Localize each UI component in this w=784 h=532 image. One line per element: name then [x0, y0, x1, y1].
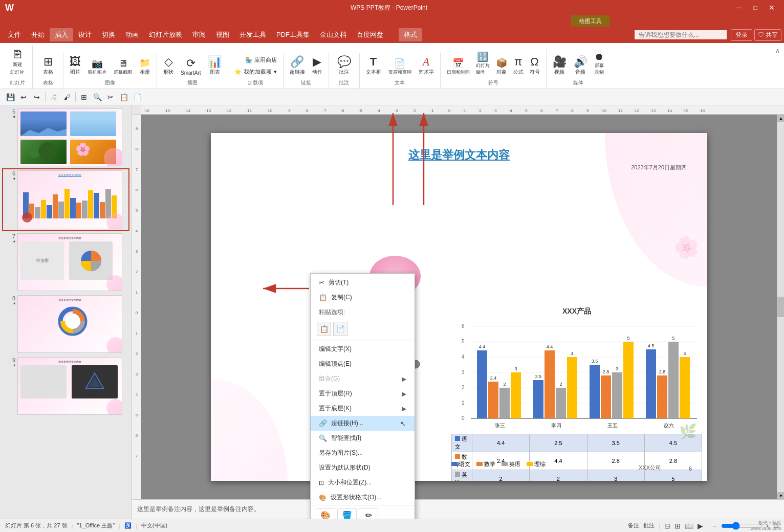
menu-item-animations[interactable]: 动画 [120, 28, 144, 41]
slide-thumb-5[interactable]: 5 * 🌸 [3, 107, 128, 167]
menu-item-baidu[interactable]: 百度网盘 [352, 28, 388, 41]
slide-thumb-9[interactable]: 9 * 这里是举例文本内容 [3, 356, 128, 416]
menu-item-developer[interactable]: 开发工具 [234, 28, 271, 41]
view-slideshow-btn[interactable]: ▶ [698, 522, 703, 530]
language-info: 中文(中国) [141, 522, 167, 529]
header-footer-button[interactable]: 📄 页眉和页脚 [386, 57, 413, 77]
toolbar-btn-3[interactable]: ✂ [104, 91, 117, 103]
hyperlink-button[interactable]: 🔗 超链接 [288, 55, 307, 77]
svg-text:3: 3 [462, 369, 465, 375]
view-normal-btn[interactable]: ⊟ [664, 522, 670, 530]
wordart-button[interactable]: A 艺术字 [417, 55, 436, 77]
chart-button[interactable]: 📊 图表 [206, 55, 224, 77]
view-slide-sorter-btn[interactable]: ⊞ [674, 522, 681, 530]
menu-item-jinshan[interactable]: 金山文档 [315, 28, 352, 41]
menu-item-file[interactable]: 文件 [3, 28, 26, 41]
copy-format-button[interactable]: 🖌 [61, 91, 73, 103]
menu-item-review[interactable]: 审阅 [187, 28, 211, 41]
shapes-button[interactable]: ◇ 形状 [161, 55, 176, 77]
ctx-outline-btn[interactable]: ✏ 轮廓 [359, 508, 378, 519]
login-button[interactable]: 登录 [731, 29, 752, 41]
slide-thumb-8[interactable]: 8 * 这里是举例文本内容 [3, 294, 128, 354]
slide-thumb-7[interactable]: 7 * 这里是举例文本内容 柱形图 [3, 232, 128, 292]
share-button[interactable]: ♡ 共享 [754, 29, 781, 41]
symbol-button[interactable]: Ω 符号 [528, 55, 542, 77]
ctx-edit-vertex[interactable]: 编辑顶点(E) [311, 357, 415, 371]
print-button[interactable]: 🖨 [48, 91, 60, 103]
datetime-button[interactable]: 📅 日期和时间 [445, 57, 472, 77]
search-input[interactable] [635, 30, 727, 39]
smartart-button[interactable]: ⟳ SmartArt [179, 56, 203, 77]
screen-record-button[interactable]: ⏺ 屏幕录制 [593, 51, 606, 77]
ctx-paste-btn-2[interactable]: 📄 [333, 322, 347, 336]
slide-thumb-6[interactable]: 6 * 这里是举例文本内容 [3, 169, 128, 230]
object-button[interactable]: 📦 对象 [494, 57, 509, 77]
notes-button[interactable]: 备注 [628, 522, 639, 529]
menu-item-start[interactable]: 开始 [26, 28, 50, 41]
menu-item-format[interactable]: 格式 [399, 28, 422, 41]
equation-button[interactable]: π 公式 [511, 55, 526, 77]
menu-item-insert[interactable]: 插入 [50, 28, 73, 41]
slide-num-6: 6 [12, 170, 15, 176]
toolbar-btn-5[interactable]: 📄 [131, 91, 143, 103]
ctx-send-back[interactable]: 置于底层(K) ▶ [311, 401, 415, 416]
menu-item-pdf[interactable]: PDF工具集 [271, 28, 315, 41]
toolbar-btn-2[interactable]: 🔍 [91, 91, 103, 103]
slide-number-button[interactable]: 🔢 幻灯片编号 [474, 51, 492, 77]
album-button[interactable]: 📁 相册 [137, 57, 153, 77]
toolbar-btn-1[interactable]: ⊞ [78, 91, 90, 103]
undo-button[interactable]: ↩ [17, 91, 30, 103]
svg-text:4: 4 [571, 351, 573, 356]
toolbar-btn-4[interactable]: 📋 [118, 91, 130, 103]
vertical-scrollbar[interactable]: ▲ ▼ [777, 115, 784, 499]
menu-item-transitions[interactable]: 切换 [97, 28, 120, 41]
audio-button[interactable]: 🔊 音频 [572, 55, 590, 77]
ctx-style-btn[interactable]: 🎨 样式 [316, 508, 335, 519]
ctx-paste-btn-1[interactable]: 📋 [317, 322, 331, 336]
view-reading-btn[interactable]: 📖 [685, 522, 693, 530]
ctx-size-position[interactable]: ⊡ 大小和位置(Z)... [311, 475, 415, 490]
ctx-default-shape[interactable]: 设置为默认形状(D) [311, 460, 415, 475]
svg-text:4.4: 4.4 [547, 344, 553, 349]
svg-text:·9: ·9 [585, 108, 589, 113]
picture-button[interactable]: 🖼 图片 [68, 55, 83, 77]
svg-text:·16: ·16 [144, 108, 150, 113]
svg-text:·5: ·5 [359, 108, 362, 113]
action-button[interactable]: ▶ 动作 [310, 55, 324, 77]
comments-button[interactable]: 批注 [643, 522, 655, 529]
menu-item-slideshow[interactable]: 幻灯片放映 [144, 28, 187, 41]
maximize-button[interactable]: □ [748, 3, 763, 13]
ctx-smart-lookup[interactable]: 🔍 智能查找(I) [311, 431, 415, 446]
ribbon-collapse-button[interactable]: ∧ [773, 45, 782, 56]
textbox-button[interactable]: T 文本框 [364, 55, 383, 77]
ctx-edit-text[interactable]: 编辑文字(X) [311, 342, 415, 357]
new-slide-button[interactable]: 🖹 新建 幻灯片 [8, 48, 26, 77]
menu-item-view[interactable]: 视图 [211, 28, 234, 41]
video-button[interactable]: 🎥 视频 [551, 55, 569, 77]
ctx-bring-front[interactable]: 置于顶层(R) ▶ [311, 386, 415, 401]
table-button[interactable]: ⊞ 表格 [41, 55, 55, 77]
ctx-fill-btn[interactable]: 🪣 填充 [337, 508, 357, 519]
svg-text:6: 6 [136, 433, 138, 438]
chart-area[interactable]: XXX产品 6 5 4 3 2 1 0 [451, 307, 702, 481]
slide-title[interactable]: 这里是举例文本内容 [408, 147, 510, 163]
comment-button[interactable]: 💬 批注 [335, 55, 353, 77]
online-picture-button[interactable]: 📷 联机图片 [86, 57, 108, 77]
ctx-cut[interactable]: ✂ 剪切(T) [311, 275, 415, 290]
minimize-button[interactable]: ─ [732, 3, 746, 13]
redo-button[interactable]: ↪ [31, 91, 43, 103]
menu-item-design[interactable]: 设计 [73, 28, 97, 41]
app-store-button[interactable]: 🏪应用商店 [243, 55, 279, 65]
close-button[interactable]: ✕ [765, 3, 779, 13]
save-button[interactable]: 💾 [4, 91, 16, 103]
my-addins-button[interactable]: ⭐我的加载项 ▾ [232, 66, 278, 77]
ctx-format-shape[interactable]: 🎨 设置形状格式(O)... [311, 490, 415, 505]
svg-text:·4: ·4 [377, 108, 380, 113]
screenshot-button[interactable]: 🖥 屏幕截图 [112, 57, 134, 77]
ctx-copy[interactable]: 📋 复制(C) [311, 290, 415, 305]
ctx-group[interactable]: 组合(G) ▶ [311, 371, 415, 386]
svg-text:·4: ·4 [509, 108, 512, 113]
ctx-hyperlink[interactable]: 🔗 超链接(H)... ↖ [311, 416, 415, 431]
svg-text:·11: ·11 [246, 108, 252, 113]
ctx-save-picture[interactable]: 另存为图片(S)... [311, 446, 415, 460]
